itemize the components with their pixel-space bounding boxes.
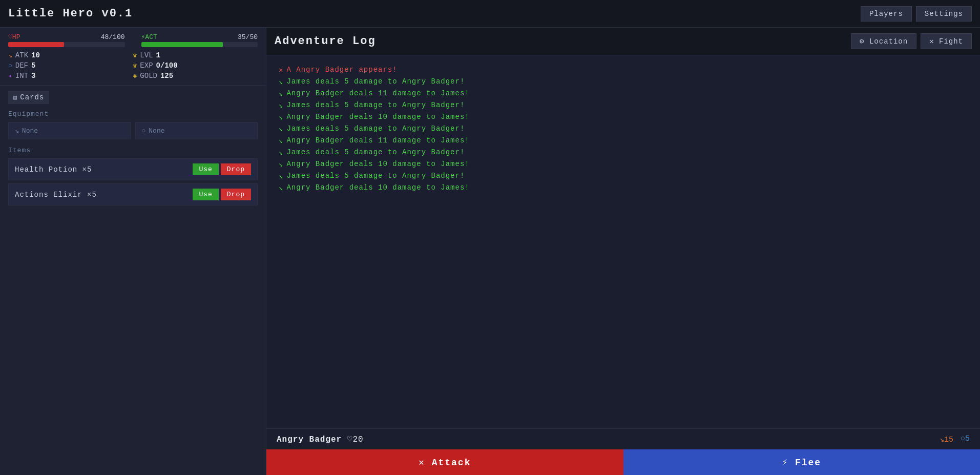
- log-entry: ↘ James deals 5 damage to Angry Badger!: [279, 172, 968, 180]
- act-label: ⚡ACT: [141, 33, 157, 41]
- location-button[interactable]: ⚙ Location: [851, 33, 916, 49]
- log-icon-4: ↘: [279, 113, 283, 121]
- inventory-section: ▤ Cards Equipment ↘ None ○ None Items He…: [0, 86, 266, 475]
- top-buttons: Players Settings: [861, 6, 972, 22]
- items-label: Items: [8, 147, 258, 154]
- main-layout: ♡HP 48/100 ⚡ACT 35/50: [0, 28, 980, 475]
- log-text-5: James deals 5 damage to Angry Badger!: [286, 125, 465, 133]
- item-actions-0: Use Drop: [193, 163, 251, 175]
- log-icon-1: ↘: [279, 77, 283, 86]
- log-text-7: James deals 5 damage to Angry Badger!: [286, 148, 465, 156]
- log-icon-2: ↘: [279, 89, 283, 98]
- log-entry: ↘ Angry Badger deals 11 damage to James!: [279, 136, 968, 145]
- log-entry: ↘ James deals 5 damage to Angry Badger!: [279, 101, 968, 110]
- int-value: 3: [31, 72, 35, 80]
- log-text-1: James deals 5 damage to Angry Badger!: [286, 77, 465, 86]
- lvl-icon: ♛: [133, 51, 137, 59]
- attack-button[interactable]: ✕ Attack: [266, 449, 623, 475]
- cards-icon: ▤: [13, 94, 17, 101]
- atk-label: ATK: [15, 51, 28, 59]
- exp-icon: ♛: [133, 61, 137, 70]
- def-label: DEF: [15, 61, 28, 70]
- weapon-icon: ↘: [15, 127, 19, 135]
- list-item: Health Potion ×5 Use Drop: [8, 158, 258, 180]
- log-icon-5: ↘: [279, 125, 283, 133]
- top-bar: Little Hero v0.1 Players Settings: [0, 0, 980, 28]
- right-panel: Adventure Log ⚙ Location ✕ Fight ✕ A Ang…: [266, 28, 980, 475]
- list-item: Actions Elixir ×5 Use Drop: [8, 183, 258, 205]
- log-text-4: Angry Badger deals 10 damage to James!: [286, 113, 469, 121]
- log-icon-7: ↘: [279, 148, 283, 157]
- exp-stat: ♛ EXP 0/100: [133, 61, 258, 70]
- log-text-9: James deals 5 damage to Angry Badger!: [286, 172, 465, 180]
- adventure-log-content: ✕ A Angry Badger appears! ↘ James deals …: [266, 55, 980, 428]
- hp-label: ♡HP: [8, 33, 20, 41]
- def-stat: ○ DEF 5: [8, 61, 133, 70]
- use-health-potion-button[interactable]: Use: [193, 163, 218, 175]
- enemy-stats-right: ↘15 ○5: [940, 435, 970, 444]
- enemy-hp: 20: [352, 435, 363, 444]
- hp-bar-bg: [8, 42, 125, 47]
- flee-button[interactable]: ⚡ Flee: [623, 449, 981, 475]
- right-top-bar: Adventure Log ⚙ Location ✕ Fight: [266, 28, 980, 55]
- enemy-name: Angry Badger: [277, 435, 342, 444]
- atk-value: 10: [31, 51, 40, 59]
- lvl-label: LVL: [140, 51, 153, 59]
- enemy-atk: ↘15: [940, 435, 953, 444]
- act-block: ⚡ACT 35/50: [141, 33, 258, 47]
- def-value: 5: [31, 61, 35, 70]
- lvl-value: 1: [156, 51, 160, 59]
- def-icon: ○: [8, 62, 12, 70]
- cards-button[interactable]: ▤ Cards: [8, 91, 49, 104]
- log-text-3: James deals 5 damage to Angry Badger!: [286, 101, 465, 109]
- equipment-label: Equipment: [8, 110, 258, 118]
- item-actions-1: Use Drop: [193, 189, 251, 200]
- act-value: 35/50: [238, 33, 258, 41]
- log-icon-9: ↘: [279, 172, 283, 180]
- gold-icon: ◈: [133, 72, 137, 80]
- armor-icon: ○: [142, 127, 146, 135]
- drop-health-potion-button[interactable]: Drop: [221, 163, 251, 175]
- item-name-0: Health Potion ×5: [15, 166, 92, 174]
- weapon-slot[interactable]: ↘ None: [8, 122, 131, 139]
- enemy-info-bar: Angry Badger ♡20 ↘15 ○5: [266, 429, 980, 449]
- hp-value: 48/100: [101, 33, 125, 41]
- int-icon: ✦: [8, 72, 12, 80]
- log-icon-6: ↘: [279, 136, 283, 145]
- lvl-stat: ♛ LVL 1: [133, 51, 258, 59]
- adventure-log-title: Adventure Log: [275, 35, 376, 48]
- equipment-row: ↘ None ○ None: [8, 122, 258, 139]
- stats-grid: ↘ ATK 10 ♛ LVL 1 ○ DEF 5 ♛ EXP 0/100: [8, 51, 258, 80]
- log-icon-8: ↘: [279, 160, 283, 169]
- log-icon-enemy: ✕: [279, 66, 283, 74]
- hp-act-row: ♡HP 48/100 ⚡ACT 35/50: [8, 33, 258, 47]
- log-icon-3: ↘: [279, 101, 283, 110]
- use-actions-elixir-button[interactable]: Use: [193, 189, 218, 200]
- log-text-0: A Angry Badger appears!: [286, 66, 397, 74]
- drop-actions-elixir-button[interactable]: Drop: [221, 189, 251, 200]
- left-panel: ♡HP 48/100 ⚡ACT 35/50: [0, 28, 266, 475]
- armor-value: None: [149, 127, 164, 135]
- log-entry: ↘ James deals 5 damage to Angry Badger!: [279, 77, 968, 86]
- log-entry: ↘ Angry Badger deals 10 damage to James!: [279, 183, 968, 192]
- fight-button[interactable]: ✕ Fight: [921, 33, 972, 49]
- hp-block: ♡HP 48/100: [8, 33, 125, 47]
- battle-buttons: ✕ Attack ⚡ Flee: [266, 449, 980, 475]
- log-text-8: Angry Badger deals 10 damage to James!: [286, 160, 469, 168]
- act-bar-bg: [141, 42, 258, 47]
- players-button[interactable]: Players: [861, 6, 912, 22]
- int-label: INT: [15, 72, 28, 80]
- atk-icon: ↘: [8, 51, 12, 59]
- log-entry: ↘ Angry Badger deals 11 damage to James!: [279, 89, 968, 98]
- enemy-hp-icon: ♡: [347, 435, 353, 444]
- hp-bar-fill: [8, 42, 64, 47]
- armor-slot[interactable]: ○ None: [135, 122, 258, 139]
- items-list: Health Potion ×5 Use Drop Actions Elixir…: [8, 158, 258, 205]
- atk-stat: ↘ ATK 10: [8, 51, 133, 59]
- battle-bottom: Angry Badger ♡20 ↘15 ○5 ✕ Attack ⚡ Flee: [266, 428, 980, 475]
- settings-button[interactable]: Settings: [916, 6, 972, 22]
- gold-stat: ◈ GOLD 125: [133, 72, 258, 80]
- log-text-2: Angry Badger deals 11 damage to James!: [286, 89, 469, 97]
- log-entry: ↘ Angry Badger deals 10 damage to James!: [279, 160, 968, 169]
- log-text-6: Angry Badger deals 11 damage to James!: [286, 136, 469, 144]
